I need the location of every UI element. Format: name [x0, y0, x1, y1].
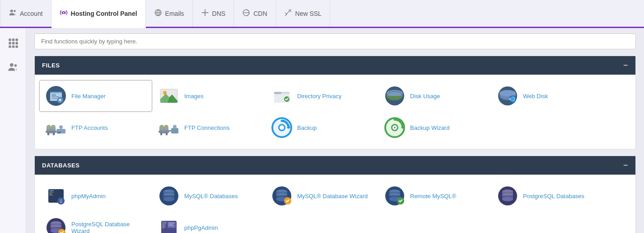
svg-point-57	[159, 125, 164, 129]
item-images[interactable]: Images	[152, 80, 265, 112]
item-postgresql[interactable]: PostgreSQL Databases	[491, 180, 604, 212]
item-backup-wizard[interactable]: Backup Wizard	[378, 112, 491, 143]
item-ftp-connections[interactable]: FTP Connections	[152, 112, 265, 143]
svg-rect-33	[274, 92, 281, 94]
item-disk-usage[interactable]: Disk Usage	[378, 80, 491, 112]
item-postgresql-wizard[interactable]: PostgreSQL Database Wizard	[39, 212, 152, 233]
svg-rect-79	[51, 192, 53, 193]
phpmyadmin-icon	[45, 185, 67, 207]
top-navigation: Account Hosting Control Panel Emails DNS…	[0, 0, 644, 28]
page-body: FILES −	[0, 28, 644, 233]
phppgadmin-label[interactable]: phpPgAdmin	[184, 224, 218, 231]
item-backup[interactable]: Backup	[265, 112, 378, 143]
ftp-accounts-label[interactable]: FTP Accounts	[71, 124, 108, 131]
svg-rect-61	[166, 133, 168, 135]
mysql-databases-label[interactable]: MySQL® Databases	[184, 193, 238, 200]
tab-cdn[interactable]: CDN	[234, 0, 275, 27]
file-manager-icon	[45, 85, 67, 107]
item-file-manager[interactable]: File Manager	[39, 80, 152, 112]
sidebar-users-icon[interactable]	[5, 59, 21, 76]
svg-rect-22	[51, 96, 59, 97]
tab-dns[interactable]: DNS	[193, 0, 234, 27]
svg-rect-85	[60, 202, 62, 203]
svg-rect-8	[12, 38, 14, 41]
files-title: FILES	[42, 62, 60, 69]
phpmyadmin-label[interactable]: phpMyAdmin	[71, 193, 106, 200]
ftp-connections-label[interactable]: FTP Connections	[184, 124, 229, 131]
svg-point-46	[509, 99, 511, 100]
images-label[interactable]: Images	[184, 93, 204, 100]
svg-point-58	[164, 125, 168, 129]
svg-rect-123	[162, 225, 165, 226]
file-manager-label[interactable]: File Manager	[71, 93, 106, 100]
svg-point-49	[51, 125, 56, 129]
sidebar-grid-icon[interactable]	[5, 35, 21, 51]
svg-point-0	[10, 10, 13, 12]
svg-rect-10	[9, 42, 11, 44]
svg-rect-125	[162, 228, 164, 228]
newssl-icon	[284, 9, 292, 19]
files-collapse-icon[interactable]: −	[623, 61, 628, 70]
svg-rect-60	[160, 133, 162, 135]
item-mysql-wizard[interactable]: MySQL® Database Wizard	[265, 180, 378, 212]
ftp-connections-icon	[158, 117, 180, 138]
item-phpmyadmin[interactable]: phpMyAdmin	[39, 180, 152, 212]
emails-icon	[154, 9, 162, 19]
svg-point-1	[14, 10, 16, 12]
svg-rect-13	[9, 45, 11, 48]
disk-usage-label[interactable]: Disk Usage	[410, 93, 440, 100]
images-icon	[158, 85, 180, 107]
svg-rect-78	[49, 192, 51, 193]
postgresql-wizard-label[interactable]: PostgreSQL Database Wizard	[71, 221, 146, 233]
item-web-disk[interactable]: Web Disk	[491, 80, 604, 112]
postgresql-wizard-icon	[45, 217, 67, 233]
mysql-databases-icon	[158, 185, 180, 207]
backup-label[interactable]: Backup	[297, 124, 317, 131]
main-content: FILES −	[26, 28, 644, 233]
tab-account[interactable]: Account	[0, 0, 51, 27]
item-ftp-accounts[interactable]: FTP Accounts	[39, 112, 152, 143]
svg-point-111	[502, 197, 513, 201]
svg-point-16	[9, 63, 13, 67]
remote-mysql-icon	[384, 185, 406, 207]
tab-newssl[interactable]: New SSL	[276, 0, 330, 27]
item-mysql-databases[interactable]: MySQL® Databases	[152, 180, 265, 212]
tab-emails[interactable]: Emails	[146, 0, 193, 27]
svg-rect-80	[49, 193, 52, 194]
directory-privacy-icon	[271, 85, 293, 107]
files-section-header: FILES −	[35, 56, 635, 75]
svg-rect-59	[159, 131, 169, 133]
backup-wizard-icon	[384, 117, 406, 138]
ftp-accounts-icon	[45, 117, 67, 138]
directory-privacy-label[interactable]: Directory Privacy	[297, 93, 341, 100]
svg-rect-121	[162, 223, 164, 224]
item-phppgadmin[interactable]: phpPgAdmin	[152, 212, 265, 233]
remote-mysql-label[interactable]: Remote MySQL®	[410, 193, 456, 200]
tab-emails-label: Emails	[165, 10, 184, 17]
tab-hosting[interactable]: Hosting Control Panel	[51, 0, 146, 28]
tab-newssl-label: New SSL	[295, 10, 322, 17]
svg-rect-128	[168, 224, 173, 225]
item-remote-mysql[interactable]: Remote MySQL®	[378, 180, 491, 212]
search-input[interactable]	[34, 33, 636, 49]
svg-rect-11	[12, 42, 14, 44]
svg-point-43	[499, 90, 516, 96]
sidebar	[0, 28, 26, 233]
disk-usage-icon	[384, 85, 406, 107]
tab-dns-label: DNS	[212, 10, 226, 17]
mysql-wizard-label[interactable]: MySQL® Database Wizard	[297, 193, 368, 200]
databases-section-header: DATABASES −	[35, 156, 635, 175]
dns-icon	[201, 9, 209, 19]
tab-account-label: Account	[20, 10, 43, 17]
svg-rect-129	[168, 225, 174, 226]
svg-rect-122	[164, 223, 166, 224]
svg-rect-50	[46, 131, 56, 133]
backup-wizard-label[interactable]: Backup Wizard	[410, 124, 449, 131]
tab-hosting-label: Hosting Control Panel	[71, 10, 137, 17]
item-directory-privacy[interactable]: Directory Privacy	[265, 80, 378, 112]
web-disk-label[interactable]: Web Disk	[523, 93, 548, 100]
databases-collapse-icon[interactable]: −	[623, 161, 628, 170]
svg-rect-12	[15, 42, 18, 44]
postgresql-label[interactable]: PostgreSQL Databases	[523, 193, 584, 200]
tab-cdn-label: CDN	[253, 10, 267, 17]
